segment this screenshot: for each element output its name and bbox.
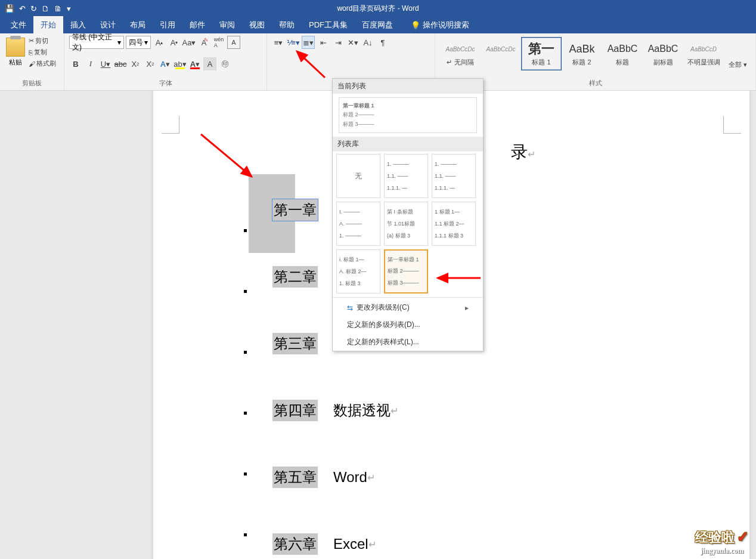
asian-layout-button[interactable]: ✕▾ xyxy=(346,36,360,49)
copy-button[interactable]: ⎘复制 xyxy=(27,47,57,57)
change-case-button[interactable]: Aa▾ xyxy=(182,36,196,49)
style-no-spacing[interactable]: AaBbCcDc↵ 无间隔 xyxy=(440,37,481,70)
strikethrough-button[interactable]: abc xyxy=(114,57,127,70)
underline-button[interactable]: U▾ xyxy=(99,57,112,70)
new-doc-icon[interactable]: 🗋 xyxy=(42,4,49,13)
tab-mailings[interactable]: 邮件 xyxy=(182,16,212,34)
subscript-button[interactable]: X2 xyxy=(129,57,142,70)
tab-insert[interactable]: 插入 xyxy=(63,16,93,34)
tab-references[interactable]: 引用 xyxy=(153,16,182,34)
paste-button[interactable]: 粘贴 xyxy=(5,36,26,68)
show-marks-button[interactable]: ¶ xyxy=(376,36,389,49)
tab-pdf-tools[interactable]: PDF工具集 xyxy=(302,16,355,34)
tab-home[interactable]: 开始 xyxy=(33,16,63,34)
styles-gallery: AaBbCcDc↵ 无间隔 AaBbCcDc 第一标题 1 AaBk标题 2 A… xyxy=(440,37,725,70)
tab-design[interactable]: 设计 xyxy=(93,16,123,34)
title-bar: 💾 ↶ ↻ 🗋 🗎 ▾ word目录页码对齐 - Word xyxy=(0,0,756,17)
clear-format-button[interactable]: A✎ xyxy=(197,36,210,49)
font-group-label: 字体 xyxy=(69,79,262,89)
style-heading-1[interactable]: 第一标题 1 xyxy=(521,37,562,70)
tab-help[interactable]: 帮助 xyxy=(272,16,302,34)
open-doc-icon[interactable]: 🗎 xyxy=(54,4,62,13)
style-title[interactable]: AaBbC标题 xyxy=(602,37,643,70)
font-size-combo[interactable]: 四号▾ xyxy=(126,36,151,49)
superscript-button[interactable]: X2 xyxy=(144,57,157,70)
lightbulb-icon: 💡 xyxy=(411,21,420,30)
style-heading-2[interactable]: AaBk标题 2 xyxy=(562,37,602,70)
bullets-button[interactable]: ≡▾ xyxy=(272,36,285,49)
tab-view[interactable]: 视图 xyxy=(242,16,272,34)
text-effects-button[interactable]: A▾ xyxy=(159,57,172,70)
undo-icon[interactable]: ↶ xyxy=(19,4,26,13)
decrease-indent-button[interactable]: ⇤ xyxy=(317,36,330,49)
sort-button[interactable]: A↓ xyxy=(361,36,374,49)
style-normal[interactable]: AaBbCcDc xyxy=(481,37,521,70)
clipboard-icon xyxy=(6,38,25,57)
format-painter-button[interactable]: 🖌格式刷 xyxy=(27,58,57,69)
multilevel-list-button[interactable]: ≣▾ xyxy=(302,36,315,49)
numbering-button[interactable]: ⅟≡▾ xyxy=(287,36,300,49)
styles-group-label: 样式 xyxy=(440,79,751,89)
phonetic-guide-button[interactable]: wénA xyxy=(212,36,225,49)
redo-icon[interactable]: ↻ xyxy=(30,4,37,13)
font-name-combo[interactable]: 等线 (中文正文)▾ xyxy=(69,36,124,49)
font-color-button[interactable]: A▾ xyxy=(188,57,202,70)
bold-button[interactable]: B xyxy=(69,57,82,70)
clipboard-group-label: 剪贴板 xyxy=(5,79,59,89)
char-shading-button[interactable]: A xyxy=(203,57,216,70)
quick-access-toolbar: 💾 ↶ ↻ 🗋 🗎 ▾ xyxy=(2,4,71,13)
save-icon[interactable]: 💾 xyxy=(5,4,14,13)
qat-more-icon[interactable]: ▾ xyxy=(67,4,71,13)
copy-icon: ⎘ xyxy=(29,49,33,56)
group-clipboard: 粘贴 ✂剪切 ⎘复制 🖌格式刷 剪贴板 xyxy=(0,33,64,90)
tab-review[interactable]: 审阅 xyxy=(212,16,242,34)
italic-button[interactable]: I xyxy=(84,57,97,70)
style-subtle-emphasis[interactable]: AaBbCcD不明显强调 xyxy=(683,37,724,70)
tell-me-search[interactable]: 💡操作说明搜索 xyxy=(404,16,476,34)
enclose-char-button[interactable]: ㊞ xyxy=(218,57,231,70)
styles-all-dropdown[interactable]: 全部 ▾ xyxy=(725,59,751,70)
grow-font-button[interactable]: A▴ xyxy=(153,36,166,49)
brush-icon: 🖌 xyxy=(29,60,35,67)
char-border-button[interactable]: A xyxy=(227,36,240,49)
scissors-icon: ✂ xyxy=(29,37,34,45)
tab-baidu-netdisk[interactable]: 百度网盘 xyxy=(355,16,400,34)
cut-button[interactable]: ✂剪切 xyxy=(27,36,57,46)
tab-layout[interactable]: 布局 xyxy=(123,16,153,34)
dropdown-header-current: 当前列表 xyxy=(333,79,483,91)
style-subtitle[interactable]: AaBbC副标题 xyxy=(643,37,683,70)
highlight-button[interactable]: ab▾ xyxy=(173,57,187,70)
shrink-font-button[interactable]: A▾ xyxy=(168,36,181,49)
ribbon-tabs: 文件 开始 插入 设计 布局 引用 邮件 审阅 视图 帮助 PDF工具集 百度网… xyxy=(0,17,756,33)
tab-file[interactable]: 文件 xyxy=(4,16,33,34)
document-title: word目录页码对齐 - Word xyxy=(337,4,419,14)
increase-indent-button[interactable]: ⇥ xyxy=(331,36,345,49)
group-font: 等线 (中文正文)▾ 四号▾ A▴ A▾ Aa▾ A✎ wénA A B I U… xyxy=(64,33,267,90)
multilevel-list-dropdown: 当前列表 第一章标题 1 标题 2——— 标题 3——— 列表库 无 1. ——… xyxy=(332,78,484,91)
